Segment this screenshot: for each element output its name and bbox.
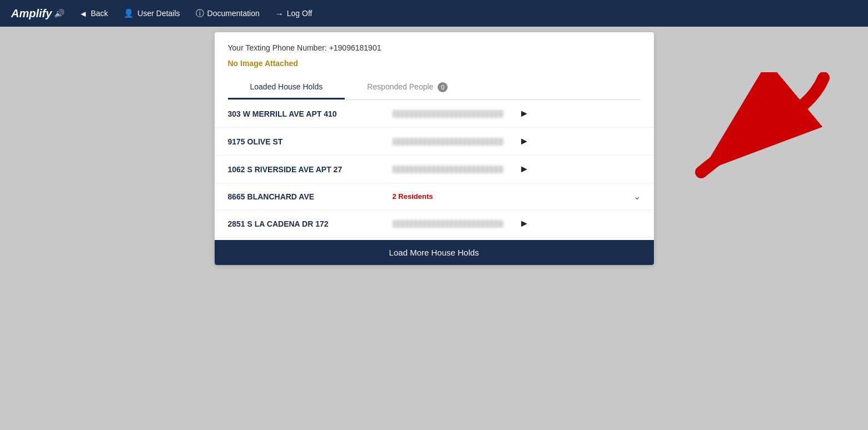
- household-blur-info: [393, 110, 504, 118]
- household-item: 8665 BLANCHARD AVE 2 Residents ⌄: [215, 183, 654, 210]
- question-icon: ⓘ: [196, 8, 204, 19]
- tab-loaded-households[interactable]: Loaded House Holds: [228, 77, 345, 99]
- phone-number-label: Your Texting Phone Number:: [228, 43, 327, 52]
- no-image-label: No Image Attached: [228, 59, 641, 68]
- household-list: 303 W MERRILL AVE APT 410 ► 9175 OLIVE S…: [215, 100, 654, 238]
- back-button[interactable]: ◄ Back: [79, 9, 108, 18]
- phone-number-row: Your Texting Phone Number: +19096181901: [228, 43, 641, 52]
- household-address: 2851 S LA CADENA DR 172: [228, 219, 384, 228]
- user-icon: 👤: [123, 8, 134, 18]
- navbar: Amplify 🔊 ◄ Back 👤 User Details ⓘ Docume…: [0, 0, 868, 27]
- log-off-label: Log Off: [287, 9, 313, 18]
- household-blur-info: [393, 138, 504, 146]
- sound-icon: 🔊: [54, 9, 63, 18]
- household-item: 303 W MERRILL AVE APT 410 ►: [215, 100, 654, 128]
- phone-number-value: +19096181901: [329, 43, 381, 52]
- main-card: Your Texting Phone Number: +19096181901 …: [215, 32, 654, 265]
- household-item: 1062 S RIVERSIDE AVE APT 27 ►: [215, 156, 654, 183]
- user-details-label: User Details: [137, 9, 180, 18]
- household-blur-info: [393, 166, 504, 173]
- tabs-container: Loaded House Holds Responded People 0: [228, 77, 641, 100]
- tab-responded-label: Responded People: [367, 82, 433, 91]
- household-send-button[interactable]: ►: [513, 163, 529, 175]
- household-residents: 2 Residents: [393, 192, 615, 201]
- responded-badge: 0: [438, 82, 448, 92]
- household-item: 2851 S LA CADENA DR 172 ►: [215, 210, 654, 238]
- household-send-button[interactable]: ►: [513, 218, 529, 229]
- household-send-button[interactable]: ►: [513, 136, 529, 147]
- back-label: Back: [91, 9, 108, 18]
- load-more-button[interactable]: Load More House Holds: [215, 240, 654, 265]
- documentation-label: Documentation: [207, 9, 260, 18]
- back-icon: ◄: [79, 9, 87, 18]
- tab-responded-people[interactable]: Responded People 0: [345, 77, 470, 99]
- household-expand-button[interactable]: ⌄: [624, 191, 641, 202]
- household-address: 8665 BLANCHARD AVE: [228, 192, 384, 201]
- user-details-button[interactable]: 👤 User Details: [123, 8, 180, 18]
- household-blur-info: [393, 220, 504, 228]
- log-off-icon: →: [275, 9, 284, 18]
- household-item: 9175 OLIVE ST ►: [215, 128, 654, 156]
- tab-loaded-label: Loaded House Holds: [250, 82, 323, 91]
- household-address: 1062 S RIVERSIDE AVE APT 27: [228, 165, 384, 174]
- household-send-button[interactable]: ►: [513, 108, 529, 119]
- log-off-button[interactable]: → Log Off: [275, 9, 313, 18]
- brand-logo: Amplify 🔊: [11, 7, 63, 20]
- household-address: 9175 OLIVE ST: [228, 137, 384, 146]
- household-address: 303 W MERRILL AVE APT 410: [228, 109, 384, 118]
- documentation-button[interactable]: ⓘ Documentation: [196, 8, 260, 19]
- brand-text: Amplify: [11, 7, 52, 20]
